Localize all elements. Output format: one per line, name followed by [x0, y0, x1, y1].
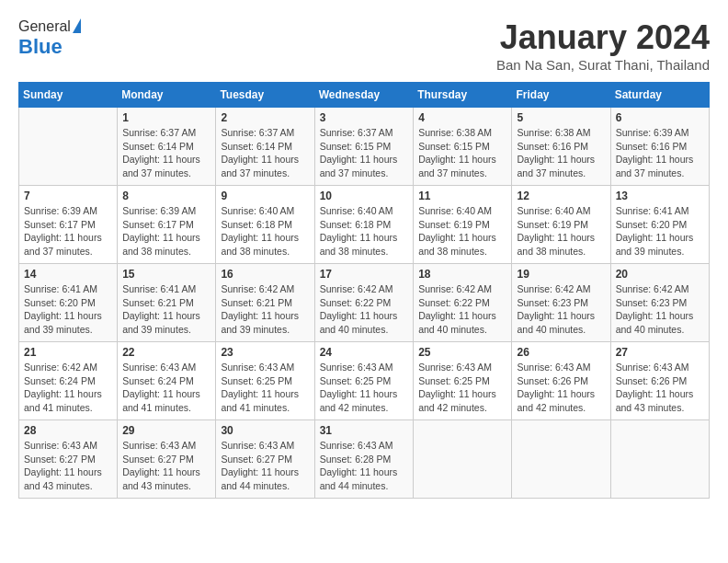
day-info: Sunrise: 6:40 AMSunset: 6:18 PMDaylight:… — [320, 204, 409, 259]
day-info: Sunrise: 6:40 AMSunset: 6:19 PMDaylight:… — [418, 204, 506, 259]
header-thursday: Thursday — [414, 83, 512, 108]
day-number: 12 — [517, 190, 605, 202]
day-info: Sunrise: 6:42 AMSunset: 6:23 PMDaylight:… — [616, 282, 704, 337]
day-info: Sunrise: 6:42 AMSunset: 6:23 PMDaylight:… — [517, 282, 605, 337]
calendar-cell: 18Sunrise: 6:42 AMSunset: 6:22 PMDayligh… — [414, 264, 512, 342]
calendar-cell: 22Sunrise: 6:43 AMSunset: 6:24 PMDayligh… — [118, 342, 216, 420]
day-info: Sunrise: 6:39 AMSunset: 6:16 PMDaylight:… — [616, 126, 704, 180]
day-number: 14 — [24, 268, 112, 281]
day-number: 27 — [616, 346, 704, 359]
day-number: 19 — [517, 268, 605, 281]
calendar-cell: 3Sunrise: 6:37 AMSunset: 6:15 PMDaylight… — [314, 108, 414, 186]
day-info: Sunrise: 6:43 AMSunset: 6:27 PMDaylight:… — [221, 439, 309, 493]
calendar-cell: 4Sunrise: 6:38 AMSunset: 6:15 PMDaylight… — [414, 108, 512, 186]
day-info: Sunrise: 6:41 AMSunset: 6:20 PMDaylight:… — [24, 282, 112, 337]
header-monday: Monday — [118, 83, 216, 108]
day-number: 22 — [122, 346, 210, 359]
day-info: Sunrise: 6:38 AMSunset: 6:15 PMDaylight:… — [418, 126, 506, 180]
header-friday: Friday — [512, 83, 610, 108]
day-info: Sunrise: 6:43 AMSunset: 6:24 PMDaylight:… — [122, 361, 210, 415]
calendar-cell: 27Sunrise: 6:43 AMSunset: 6:26 PMDayligh… — [610, 342, 709, 420]
logo-general-text: General — [18, 18, 71, 35]
day-info: Sunrise: 6:42 AMSunset: 6:22 PMDaylight:… — [320, 282, 409, 337]
day-number: 9 — [221, 190, 309, 202]
calendar-cell: 1Sunrise: 6:37 AMSunset: 6:14 PMDaylight… — [118, 108, 216, 186]
calendar-cell: 17Sunrise: 6:42 AMSunset: 6:22 PMDayligh… — [314, 264, 414, 342]
day-number: 21 — [24, 346, 112, 359]
calendar-cell: 10Sunrise: 6:40 AMSunset: 6:18 PMDayligh… — [314, 186, 414, 264]
day-number: 26 — [517, 346, 605, 359]
header-sunday: Sunday — [19, 83, 118, 108]
calendar-cell: 11Sunrise: 6:40 AMSunset: 6:19 PMDayligh… — [414, 186, 512, 264]
calendar-cell — [19, 108, 118, 186]
calendar-cell: 26Sunrise: 6:43 AMSunset: 6:26 PMDayligh… — [512, 342, 610, 420]
day-number: 11 — [418, 190, 506, 202]
day-info: Sunrise: 6:42 AMSunset: 6:22 PMDaylight:… — [418, 282, 506, 337]
calendar-cell: 30Sunrise: 6:43 AMSunset: 6:27 PMDayligh… — [216, 420, 314, 499]
calendar-cell: 28Sunrise: 6:43 AMSunset: 6:27 PMDayligh… — [19, 420, 118, 499]
day-number: 13 — [616, 190, 704, 202]
calendar-cell: 16Sunrise: 6:42 AMSunset: 6:21 PMDayligh… — [216, 264, 314, 342]
calendar-title: January 2024 — [496, 18, 710, 57]
calendar-week-row: 21Sunrise: 6:42 AMSunset: 6:24 PMDayligh… — [19, 342, 710, 420]
day-number: 28 — [24, 424, 112, 437]
calendar-cell: 25Sunrise: 6:43 AMSunset: 6:25 PMDayligh… — [414, 342, 512, 420]
day-number: 31 — [320, 424, 409, 437]
day-number: 16 — [221, 268, 309, 281]
day-number: 30 — [221, 424, 309, 437]
day-info: Sunrise: 6:38 AMSunset: 6:16 PMDaylight:… — [517, 126, 605, 180]
calendar-cell: 5Sunrise: 6:38 AMSunset: 6:16 PMDaylight… — [512, 108, 610, 186]
day-info: Sunrise: 6:42 AMSunset: 6:21 PMDaylight:… — [221, 282, 309, 337]
calendar-cell: 13Sunrise: 6:41 AMSunset: 6:20 PMDayligh… — [610, 186, 709, 264]
calendar-cell: 23Sunrise: 6:43 AMSunset: 6:25 PMDayligh… — [216, 342, 314, 420]
logo: General Blue — [18, 18, 81, 59]
logo-blue-text: Blue — [18, 35, 63, 59]
day-number: 1 — [122, 111, 210, 124]
calendar-table: Sunday Monday Tuesday Wednesday Thursday… — [18, 82, 710, 499]
calendar-cell: 31Sunrise: 6:43 AMSunset: 6:28 PMDayligh… — [314, 420, 414, 499]
calendar-cell: 8Sunrise: 6:39 AMSunset: 6:17 PMDaylight… — [118, 186, 216, 264]
day-info: Sunrise: 6:43 AMSunset: 6:26 PMDaylight:… — [616, 361, 704, 415]
day-number: 25 — [418, 346, 506, 359]
day-info: Sunrise: 6:39 AMSunset: 6:17 PMDaylight:… — [122, 204, 210, 259]
day-info: Sunrise: 6:43 AMSunset: 6:25 PMDaylight:… — [418, 361, 506, 415]
day-number: 3 — [320, 111, 409, 124]
day-info: Sunrise: 6:37 AMSunset: 6:15 PMDaylight:… — [320, 126, 409, 180]
header-saturday: Saturday — [610, 83, 709, 108]
calendar-subtitle: Ban Na San, Surat Thani, Thailand — [496, 57, 710, 73]
day-number: 24 — [320, 346, 409, 359]
calendar-cell: 2Sunrise: 6:37 AMSunset: 6:14 PMDaylight… — [216, 108, 314, 186]
calendar-cell: 12Sunrise: 6:40 AMSunset: 6:19 PMDayligh… — [512, 186, 610, 264]
day-info: Sunrise: 6:41 AMSunset: 6:21 PMDaylight:… — [122, 282, 210, 337]
calendar-cell: 19Sunrise: 6:42 AMSunset: 6:23 PMDayligh… — [512, 264, 610, 342]
day-info: Sunrise: 6:43 AMSunset: 6:25 PMDaylight:… — [221, 361, 309, 415]
day-info: Sunrise: 6:39 AMSunset: 6:17 PMDaylight:… — [24, 204, 112, 259]
header-wednesday: Wednesday — [314, 83, 414, 108]
day-number: 4 — [418, 111, 506, 124]
calendar-cell: 9Sunrise: 6:40 AMSunset: 6:18 PMDaylight… — [216, 186, 314, 264]
header-tuesday: Tuesday — [216, 83, 314, 108]
calendar-cell: 24Sunrise: 6:43 AMSunset: 6:25 PMDayligh… — [314, 342, 414, 420]
calendar-cell: 6Sunrise: 6:39 AMSunset: 6:16 PMDaylight… — [610, 108, 709, 186]
title-block: January 2024 Ban Na San, Surat Thani, Th… — [496, 18, 710, 73]
day-info: Sunrise: 6:43 AMSunset: 6:27 PMDaylight:… — [122, 439, 210, 493]
day-info: Sunrise: 6:43 AMSunset: 6:25 PMDaylight:… — [320, 361, 409, 415]
day-info: Sunrise: 6:40 AMSunset: 6:18 PMDaylight:… — [221, 204, 309, 259]
day-number: 18 — [418, 268, 506, 281]
logo-triangle-icon — [73, 18, 81, 33]
calendar-cell: 15Sunrise: 6:41 AMSunset: 6:21 PMDayligh… — [118, 264, 216, 342]
page-header: General Blue January 2024 Ban Na San, Su… — [18, 18, 710, 73]
day-number: 17 — [320, 268, 409, 281]
day-info: Sunrise: 6:40 AMSunset: 6:19 PMDaylight:… — [517, 204, 605, 259]
day-info: Sunrise: 6:41 AMSunset: 6:20 PMDaylight:… — [616, 204, 704, 259]
day-number: 7 — [24, 190, 112, 202]
calendar-week-row: 1Sunrise: 6:37 AMSunset: 6:14 PMDaylight… — [19, 108, 710, 186]
calendar-week-row: 14Sunrise: 6:41 AMSunset: 6:20 PMDayligh… — [19, 264, 710, 342]
day-number: 5 — [517, 111, 605, 124]
calendar-cell: 20Sunrise: 6:42 AMSunset: 6:23 PMDayligh… — [610, 264, 709, 342]
calendar-cell: 29Sunrise: 6:43 AMSunset: 6:27 PMDayligh… — [118, 420, 216, 499]
day-info: Sunrise: 6:42 AMSunset: 6:24 PMDaylight:… — [24, 361, 112, 415]
calendar-cell — [512, 420, 610, 499]
day-info: Sunrise: 6:43 AMSunset: 6:26 PMDaylight:… — [517, 361, 605, 415]
day-info: Sunrise: 6:37 AMSunset: 6:14 PMDaylight:… — [122, 126, 210, 180]
